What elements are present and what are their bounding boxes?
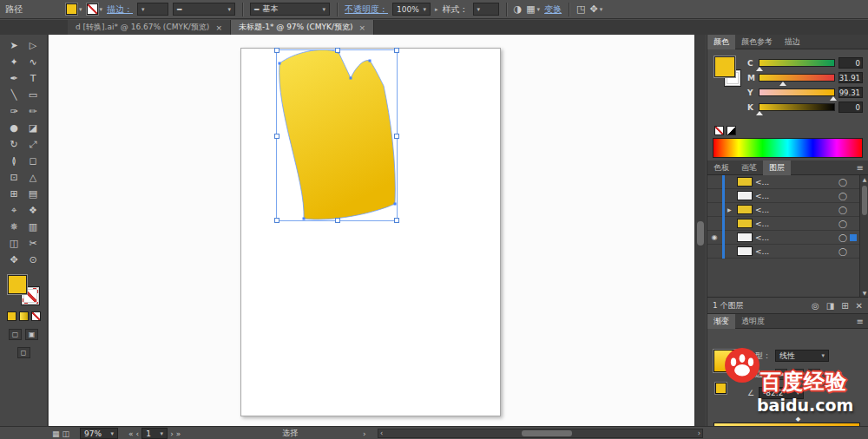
layer-row[interactable]: ◉ ▶ <... ◯ [707,231,859,245]
target-circle-icon[interactable]: ◯ [838,233,847,242]
black-white-swatch[interactable] [727,126,736,135]
color-button[interactable] [7,311,16,321]
fill-proxy-swatch[interactable] [8,275,27,294]
layer-name[interactable]: <... [755,220,836,228]
channel-value-field[interactable]: 31.91 [838,72,863,83]
scrollbar-thumb[interactable] [862,186,867,215]
opacity-select[interactable]: 100% ▾ [392,3,431,16]
gradient-button[interactable] [19,311,29,321]
visibility-eye-icon[interactable]: ◉ [709,233,720,241]
panel-menu-icon[interactable]: ≡ [857,317,864,326]
transform-link[interactable]: 变换 [544,3,562,16]
next-artboard-icon[interactable]: › [170,429,174,438]
channel-slider[interactable] [759,59,835,67]
scrollbar-thumb[interactable] [697,221,704,246]
panel-tab[interactable]: 描边 [779,35,806,49]
previous-artboard-icon[interactable]: ‹ [136,429,140,438]
stroke-swatch[interactable] [87,3,98,15]
rotate-tool[interactable]: ↻ [4,136,23,153]
slider-thumb[interactable] [779,82,786,86]
eyedropper-tool[interactable]: ⌖ [4,202,23,219]
target-circle-icon[interactable]: ◯ [838,247,847,256]
target-circle-icon[interactable]: ◯ [838,220,847,228]
channel-slider[interactable] [759,74,835,82]
last-artboard-icon[interactable]: » [176,429,181,438]
flyout-arrow-icon[interactable]: ▸ [435,6,438,13]
chevron-down-icon[interactable]: ▾ [100,6,103,13]
layer-name[interactable]: <... [755,178,836,187]
draw-normal-button[interactable]: ▢ [9,329,22,340]
panel-tab[interactable]: 图层 [763,161,791,175]
recolor-artwork-icon[interactable]: ◑ [514,3,523,15]
scrollbar-thumb[interactable] [522,430,572,436]
slider-thumb[interactable] [830,96,837,101]
scroll-left-icon[interactable]: ‹ [380,429,383,437]
column-graph-tool[interactable]: ▥ [23,219,43,235]
chevron-down-icon[interactable]: ▾ [740,364,743,370]
stroke-gradient-across-icon[interactable]: ◡ [808,369,820,380]
mesh-tool[interactable]: ⊞ [4,186,23,202]
artboards-icon[interactable]: ◫ [62,429,70,438]
zoom-tool[interactable]: ⊙ [23,252,43,268]
layer-row[interactable]: ◉ ▶ <... ◯ [707,175,859,189]
color-spectrum-bar[interactable] [713,138,863,158]
stroke-panel-link[interactable]: 描边： [107,3,133,16]
slider-thumb[interactable] [756,111,763,115]
status-flyout-icon[interactable]: › [363,429,366,438]
none-button[interactable] [31,311,41,321]
align-icon[interactable]: ▦ [526,3,535,15]
panel-menu-icon[interactable]: ≡ [857,163,864,173]
style-select[interactable]: ▾ [473,3,499,16]
layer-row[interactable]: ◉ ▶ <... ◯ [707,217,859,231]
canvas-horizontal-scrollbar[interactable]: ‹ › [378,429,703,438]
layer-row[interactable]: ◉ ▶ <... ◯ [707,203,859,217]
pencil-tool[interactable]: ✏ [23,103,43,120]
magic-wand-tool[interactable]: ✦ [4,54,23,70]
gradient-stop-swatch[interactable] [715,383,727,394]
type-tool[interactable]: T [23,70,43,87]
layer-row[interactable]: ◉ ▶ <... ◯ [707,189,859,203]
fill-swatch[interactable] [66,3,77,15]
first-artboard-icon[interactable]: « [128,429,134,438]
layer-thumbnail[interactable] [737,219,753,228]
gradient-angle-field[interactable]: -82.2° ▾ [759,387,804,399]
isolate-selection-icon[interactable]: ◳ [576,3,585,15]
panel-tab[interactable]: 颜色参考 [735,35,779,49]
stroke-color-control[interactable]: ▾ [87,3,103,15]
panel-tab[interactable]: 透明度 [735,314,771,329]
fill-proxy-swatch[interactable] [714,56,735,77]
layer-thumbnail[interactable] [737,205,753,214]
scroll-down-icon[interactable]: ▼ [860,290,868,296]
channel-value-field[interactable]: 0 [838,57,863,69]
gradient-type-select[interactable]: 线性 ▾ [775,350,829,362]
artboard-number-select[interactable]: 1 ▾ [141,428,168,439]
document-tab[interactable]: 未标题-1* @ 97% (CMYK/预览) × [231,20,374,35]
layer-name[interactable]: <... [755,233,836,242]
layer-name[interactable]: <... [755,192,836,200]
layer-thumbnail[interactable] [737,191,753,200]
layers-scrollbar[interactable]: ▲ ▼ [859,175,868,297]
locate-object-icon[interactable]: ◎ [812,301,819,311]
scroll-up-icon[interactable]: ▲ [860,176,868,182]
gradient-midpoint-icon[interactable]: ◆ [796,416,800,423]
make-mask-icon[interactable]: ◨ [826,301,834,311]
align-control[interactable]: ▦ ▾ [526,3,540,15]
layer-thumbnail[interactable] [737,246,753,256]
blob-brush-tool[interactable]: ● [4,120,23,136]
pen-tool[interactable]: ✒ [4,70,23,87]
free-transform-tool[interactable]: ◻ [23,153,43,169]
expand-arrow-icon[interactable]: ▶ [727,206,734,213]
panel-tab[interactable]: 渐变 [707,314,735,329]
canvas-vertical-scrollbar[interactable] [694,35,706,426]
screen-mode-button[interactable]: ◻ [17,347,30,358]
channel-slider[interactable] [759,103,835,111]
fill-color-control[interactable]: ▾ [66,3,82,15]
symbol-sprayer-tool[interactable]: ✵ [4,219,23,235]
layer-thumbnail[interactable] [737,233,753,242]
gradient-fill-swatch[interactable] [713,350,736,372]
lasso-tool[interactable]: ∿ [23,54,43,70]
layer-name[interactable]: <... [755,206,836,214]
gradient-tool[interactable]: ▤ [23,186,43,202]
draw-behind-button[interactable]: ▣ [25,329,38,340]
selection-tool[interactable]: ➤ [4,37,23,54]
